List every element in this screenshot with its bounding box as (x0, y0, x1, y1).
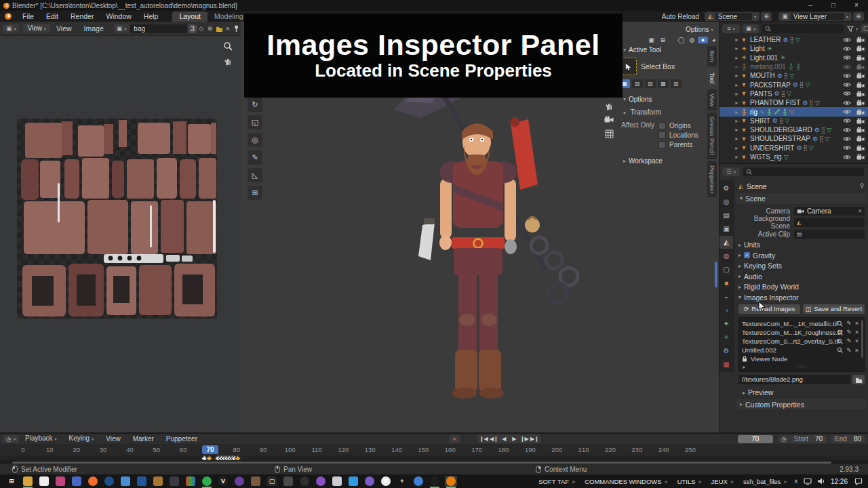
object-name[interactable]: SHIRT (750, 117, 770, 125)
camera-visibility-icon[interactable] (856, 100, 865, 106)
collapsed-panel-header[interactable]: ✓ Keying Sets (734, 261, 868, 272)
transport-button[interactable]: ▶ (509, 434, 519, 443)
properties-search-input[interactable] (743, 167, 864, 176)
hide-eye-icon[interactable] (843, 37, 851, 43)
timeline-menu[interactable]: Playback (19, 433, 63, 445)
start-frame-field[interactable]: Start 70 (790, 435, 827, 443)
auto-keying-record-button[interactable]: ● (449, 435, 460, 443)
workspace-tab[interactable]: Layout (172, 12, 208, 22)
outliner-row[interactable]: ► ▼ LEATHER ⚙⣿▽ (719, 35, 868, 44)
tool-button[interactable]: ✎ (248, 150, 262, 165)
timeline-editor-type[interactable]: ◷ (3, 435, 19, 443)
object-name[interactable]: MOUTH (750, 72, 775, 79)
hide-eye-icon[interactable] (843, 82, 851, 87)
tool-button[interactable]: ◎ (248, 133, 262, 147)
taskbar-toolbar-label[interactable]: ssh_bat_files (743, 478, 787, 485)
hide-eye-icon[interactable] (843, 73, 851, 79)
shading-sphere-icon[interactable]: ◍ (687, 37, 697, 43)
edit-image-icon[interactable]: ✎ (846, 329, 852, 336)
list-expand-row[interactable]: ► ∷∷ (739, 363, 864, 370)
edit-image-icon[interactable]: ✎ (846, 347, 852, 354)
menu-item[interactable]: Render (64, 11, 100, 22)
hide-eye-icon[interactable] (843, 136, 851, 142)
shading-sphere-icon[interactable]: ◯ (676, 37, 686, 43)
options-panel-header[interactable]: Options (619, 94, 706, 104)
tool-button[interactable]: ↻ (248, 98, 262, 112)
current-frame-field[interactable]: 70 (738, 435, 773, 443)
new-collection-button[interactable]: ▢ (861, 24, 868, 33)
timeline-menu[interactable]: Puppeteer (160, 434, 203, 444)
outliner-row[interactable]: ► ▼ SHIRT ⚙⣿▽ (719, 117, 868, 125)
new-view-layer-button[interactable]: ⊕ (853, 12, 864, 21)
outliner-row[interactable]: ► ▼ WGTS_rig ▽ (719, 152, 868, 161)
taskbar-app-icon[interactable] (282, 476, 294, 487)
shading-sphere-icon[interactable]: ● (698, 37, 708, 43)
remove-image-icon[interactable]: × (855, 338, 859, 344)
collapsed-panel-header[interactable]: ✓ Units (734, 240, 868, 251)
close-button[interactable]: × (845, 0, 868, 11)
network-tray-icon[interactable] (804, 478, 812, 485)
hide-eye-icon[interactable] (843, 155, 851, 160)
blender-menu-icon[interactable] (0, 12, 16, 20)
taskbar-app-icon[interactable] (22, 476, 34, 487)
properties-tab[interactable]: ✦ (719, 317, 733, 330)
playhead[interactable]: 70 (202, 445, 218, 454)
viewport-pan-icon[interactable] (603, 102, 615, 110)
taskbar-app-icon[interactable] (71, 476, 83, 487)
locate-image-icon[interactable] (837, 329, 843, 336)
expand-arrow-icon[interactable]: ► (734, 73, 740, 78)
unlink-image-button[interactable]: × (224, 25, 232, 33)
expand-arrow-icon[interactable]: ► (734, 92, 740, 96)
camera-visibility-icon[interactable] (856, 109, 865, 115)
taskbar-app-icon[interactable]: + (396, 476, 408, 487)
images-inspector-header[interactable]: Images Inspector (734, 292, 868, 303)
camera-visibility-icon[interactable] (856, 145, 865, 151)
camera-visibility-icon[interactable] (856, 45, 865, 52)
edit-image-icon[interactable]: ✎ (846, 320, 852, 327)
expand-arrow-icon[interactable]: ► (734, 119, 740, 123)
properties-tab[interactable]: ⚙ (719, 344, 733, 357)
locate-image-icon[interactable] (837, 320, 843, 327)
scene-panel-header[interactable]: Scene (736, 193, 867, 204)
select-mode-button[interactable]: ▩ (658, 79, 669, 88)
pin-icon[interactable] (232, 25, 241, 32)
transform-subpanel-header[interactable]: Transform (623, 108, 706, 116)
outliner-row[interactable]: ► rig ∿▽ (719, 107, 868, 116)
taskbar-app-icon[interactable] (363, 476, 376, 487)
checkbox-icon[interactable] (658, 131, 666, 139)
menu-item[interactable]: Edit (40, 11, 64, 22)
timeline-menu[interactable]: Marker (127, 434, 160, 444)
active-tool-panel-header[interactable]: Active Tool (619, 45, 706, 55)
camera-visibility-icon[interactable] (856, 82, 865, 88)
image-name-field[interactable]: bag (130, 24, 186, 33)
camera-field[interactable]: Camera × (794, 207, 865, 216)
properties-tab[interactable]: ▣ (719, 222, 733, 235)
reload-images-button[interactable]: ⟳ Reload Images (738, 304, 800, 314)
image-list-row[interactable]: Untitled.002 ✎ × (739, 346, 864, 354)
list-scrollbar[interactable] (861, 320, 863, 358)
camera-visibility-icon[interactable] (856, 154, 865, 160)
hide-eye-icon[interactable] (843, 46, 851, 52)
image-editor-menu[interactable]: View (50, 23, 78, 34)
timeline-ruler[interactable]: 70 0102030405060708090100110120130140150… (0, 444, 868, 455)
camera-visibility-icon[interactable] (856, 136, 865, 142)
view-layer-selector[interactable]: ▣ View Layer (778, 12, 852, 21)
properties-tab[interactable]: ▤ (719, 209, 733, 222)
hide-eye-icon[interactable] (843, 109, 851, 115)
object-name[interactable]: Light.001 (750, 54, 778, 62)
camera-visibility-icon[interactable] (856, 91, 865, 97)
maximize-button[interactable]: □ (822, 0, 845, 11)
object-name[interactable]: rig (750, 108, 757, 116)
outliner-row[interactable]: ► ☀ Light.001 ☀ (719, 54, 868, 62)
taskbar-app-icon[interactable]: ⊞ (5, 476, 18, 487)
object-name[interactable]: PANTS (750, 90, 772, 98)
image-editor-menu[interactable]: Image (78, 23, 110, 34)
taskbar-app-icon[interactable] (168, 476, 180, 487)
image-users-count[interactable]: 3 (189, 24, 197, 33)
object-name[interactable]: LEATHER (750, 36, 781, 43)
remove-image-icon[interactable]: × (855, 320, 859, 327)
hide-eye-icon[interactable] (843, 64, 851, 70)
timeline-menu[interactable]: Keying (63, 433, 100, 445)
properties-tab[interactable]: ◍ (719, 249, 733, 262)
viewer-node-row[interactable]: Viewer Node (739, 354, 864, 363)
